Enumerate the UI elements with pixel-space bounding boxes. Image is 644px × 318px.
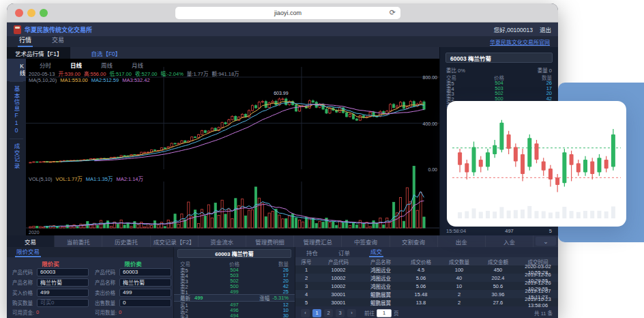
- limit-buy-form: 限价买 产品代码 产品名称 买入价格 购买数量 可用资金:0: [12, 259, 89, 318]
- deals-tab-订单[interactable]: 订单: [337, 248, 351, 257]
- goto-page-unit: 页: [394, 309, 399, 317]
- deals-cell: 2: [440, 291, 478, 298]
- trade-quantity: 5: [538, 228, 552, 234]
- deals-tab-成交[interactable]: 成交: [369, 247, 383, 257]
- workspace-tab-交割查询[interactable]: 交割查询: [390, 235, 438, 247]
- workspace-tab-管理费汇总[interactable]: 管理费汇总: [294, 235, 342, 247]
- sell-qty-input[interactable]: [119, 299, 171, 307]
- depth-ask-rows: 卖550426卖450317卖350220卖250042卖149925: [174, 267, 295, 294]
- deals-col-成交数量: 成交数量: [440, 258, 478, 265]
- workspace-tab-成交记录【F2】[interactable]: 成交记录【F2】: [151, 235, 199, 247]
- workspace-tab-历史委托[interactable]: 历史委托: [102, 235, 150, 247]
- deals-cell: 2: [295, 275, 317, 281]
- workspace-tab-入金[interactable]: 入金: [486, 235, 533, 247]
- workspace-tab-管理费明细[interactable]: 管理费明细: [246, 235, 294, 247]
- limit-sell-title: 限价卖: [95, 259, 171, 267]
- official-site-link[interactable]: 华夏民族文化交易所官网: [490, 38, 550, 46]
- close-window-button[interactable]: [15, 9, 23, 17]
- chart-sidebar: K线基本信息F10成交记录: [7, 59, 26, 235]
- deals-tabs: 持仓订单成交: [295, 247, 558, 257]
- deals-cell: 30001: [317, 300, 360, 306]
- deals-pagination: ‹123›前往页共 11 条: [295, 308, 558, 318]
- deals-cell: 鲲鹏展翼: [360, 299, 402, 306]
- deals-col-序号: 序号: [295, 258, 317, 265]
- buy-name-input[interactable]: [37, 278, 89, 287]
- period-tab-月线[interactable]: 月线: [132, 61, 143, 69]
- buy-avail-value: 0: [36, 309, 39, 315]
- ohlc-low: 低:517.00: [109, 71, 132, 77]
- period-tab-日线[interactable]: 日线: [70, 61, 82, 69]
- svg-text:2020: 2020: [29, 230, 40, 235]
- ohlc-change: 幅:-2.04%: [161, 71, 184, 77]
- deals-col-产品名称: 产品名称: [360, 258, 402, 265]
- workspace-tab-当前委托[interactable]: 当前委托: [55, 235, 102, 247]
- goto-page-input[interactable]: [377, 309, 392, 317]
- deals-cell: 10002: [317, 275, 360, 281]
- deals-row[interactable]: 530001鲲鹏展翼13.8227.62019-10-23 13:58:06: [295, 298, 558, 306]
- workspace-tab-中签查询[interactable]: 中签查询: [342, 235, 390, 247]
- depth-panel: 60003 梅兰竹菊 交易价格数量 卖550426卖450317卖350220卖…: [174, 247, 295, 318]
- browser-chrome: jiaoyi.com ⟳: [7, 3, 558, 23]
- workspace-tab-资金流水[interactable]: 资金流水: [199, 235, 246, 247]
- buy-price-label: 买入价格: [12, 289, 37, 296]
- buy-code-input[interactable]: [37, 268, 89, 276]
- deals-cell: 2019-10-23 13:58:06: [518, 296, 558, 308]
- sidebar-item-基本信息F10[interactable]: 基本信息F10: [12, 82, 20, 139]
- sell-price-label: 卖出价格: [95, 289, 119, 296]
- buy-avail-label: 可用资金:: [12, 308, 34, 316]
- user-greeting: 您好,00100013: [494, 25, 533, 33]
- bottom-workspace: 限价交易 限价买 产品代码 产品名称 买入价格 购买数量 可用资金:0 限价卖: [7, 247, 558, 318]
- zoom-window-button[interactable]: [40, 9, 48, 17]
- deals-cell: 2: [440, 300, 478, 306]
- page-button-3[interactable]: 3: [336, 309, 345, 317]
- sidebar-item-K线[interactable]: K线: [7, 59, 26, 81]
- deals-cell: 202.4: [478, 275, 518, 281]
- sell-avail-label: 可用数量:: [95, 308, 117, 316]
- book-row[interactable]: 卖149925: [174, 289, 295, 294]
- ma2-value: MA2:512.59: [91, 77, 119, 83]
- deals-cell: 10002: [317, 283, 360, 289]
- deals-cell: 30.96: [478, 291, 518, 298]
- address-bar[interactable]: jiaoyi.com ⟳: [175, 7, 400, 19]
- limit-forms: 限价买 产品代码 产品名称 买入价格 购买数量 可用资金:0 限价卖 产品代码 …: [7, 257, 173, 318]
- period-tab-分时[interactable]: 分时: [40, 61, 51, 69]
- logout-link[interactable]: 退出: [540, 25, 551, 33]
- header-user-area: 您好,00100013 退出: [494, 25, 551, 33]
- subtab-自选【F0】[interactable]: 自选【F0】: [83, 47, 129, 59]
- deals-tab-持仓[interactable]: 持仓: [305, 248, 319, 257]
- sell-code-input[interactable]: [119, 268, 171, 276]
- page-button-2[interactable]: 2: [324, 309, 333, 317]
- sell-price-input[interactable]: [119, 289, 171, 297]
- ohlc-open: 开:539.00: [58, 71, 80, 77]
- kline-chart-area: 分时日线周线月线 2020-05-13开:539.00高:556.00低:517…: [26, 59, 439, 235]
- deals-cell: 鲲鹏展翼: [360, 291, 402, 298]
- deals-cell: 1: [295, 267, 317, 273]
- sell-name-input[interactable]: [119, 278, 171, 287]
- app-title: 华夏民族传统文化交易所: [25, 25, 92, 34]
- tabs-more-button[interactable]: ⌄: [536, 237, 556, 246]
- url-text: jiaoyi.com: [274, 10, 302, 16]
- tab-limit-trade[interactable]: 限价交易: [15, 247, 41, 257]
- buy-price-input[interactable]: [37, 289, 89, 297]
- page-prev-button[interactable]: ‹: [301, 309, 310, 317]
- deals-col-产品代码: 产品代码: [317, 258, 360, 265]
- ohlc-info-line: 2020-05-13开:539.00高:556.00低:517.00收:527.…: [29, 70, 243, 77]
- period-tab-周线[interactable]: 周线: [101, 61, 113, 69]
- limit-sell-form: 限价卖 产品代码 产品名称 卖出价格 出售数量 可用数量:0: [95, 259, 171, 318]
- nav-item-行情[interactable]: 行情: [18, 35, 33, 47]
- page-next-button[interactable]: ›: [347, 309, 356, 317]
- refresh-icon[interactable]: ⟳: [390, 8, 396, 17]
- sidebar-item-成交记录[interactable]: 成交记录: [12, 139, 20, 173]
- minimize-window-button[interactable]: [27, 9, 35, 17]
- subtab-艺术品行情【F1】[interactable]: 艺术品行情【F1】: [7, 47, 70, 59]
- workspace-tab-交易[interactable]: 交易: [7, 235, 55, 247]
- sell-name-label: 产品名称: [95, 278, 119, 286]
- buy-qty-input[interactable]: [37, 299, 89, 307]
- page-goto: 前往页: [364, 309, 399, 317]
- page-button-1[interactable]: 1: [312, 309, 321, 317]
- depth-bid-rows: 买149712买249610买349430买449316: [174, 302, 295, 318]
- nav-item-交易[interactable]: 交易: [50, 35, 65, 47]
- vol-ma2: MA2:1.14万: [116, 176, 143, 182]
- ohlc-high: 高:556.00: [84, 71, 106, 77]
- workspace-tab-出金[interactable]: 出金: [438, 235, 486, 247]
